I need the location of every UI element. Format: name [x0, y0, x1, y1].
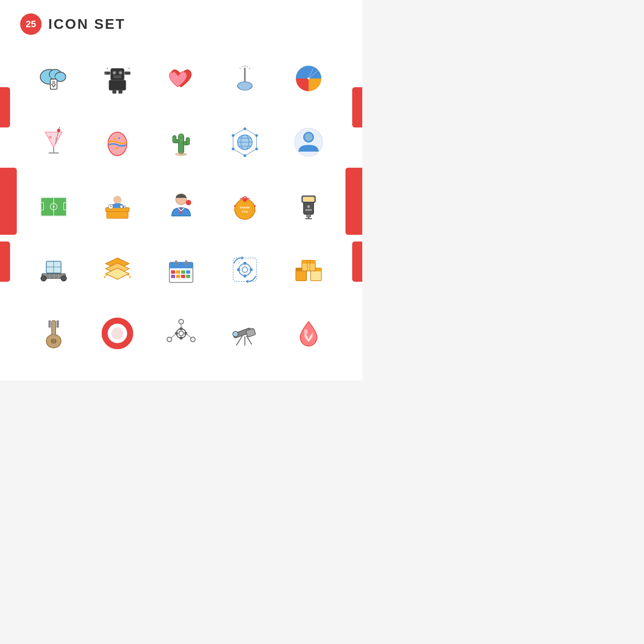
icon-boxes — [282, 243, 335, 297]
icon-employee — [154, 179, 208, 233]
icon-water-lotus — [282, 307, 335, 360]
svg-point-185 — [191, 337, 195, 342]
icon-telescope — [218, 307, 272, 360]
svg-rect-156 — [302, 260, 315, 264]
svg-rect-85 — [107, 212, 128, 218]
svg-point-86 — [113, 196, 121, 204]
svg-point-99 — [234, 205, 236, 207]
svg-rect-147 — [237, 268, 240, 271]
svg-point-121 — [61, 276, 66, 281]
svg-point-102 — [255, 210, 256, 212]
svg-point-165 — [56, 320, 59, 323]
svg-point-95 — [235, 199, 255, 219]
svg-point-81 — [53, 206, 55, 208]
icon-guitar — [27, 307, 80, 360]
icon-cocktail — [27, 115, 80, 169]
svg-point-51 — [116, 147, 118, 149]
svg-point-21 — [105, 73, 106, 74]
icon-conveyor — [27, 243, 80, 297]
svg-point-125 — [106, 274, 108, 276]
svg-point-109 — [307, 205, 310, 208]
svg-point-61 — [175, 153, 187, 156]
page: 25 ICON SET — [0, 0, 362, 380]
deco-right-bottom2 — [352, 241, 362, 282]
svg-rect-17 — [125, 72, 130, 74]
svg-point-183 — [179, 319, 183, 324]
icon-hearts — [154, 52, 208, 105]
svg-point-50 — [118, 138, 120, 139]
icon-layers — [91, 243, 144, 297]
svg-point-25 — [172, 72, 173, 73]
svg-rect-14 — [113, 75, 121, 78]
svg-marker-40 — [45, 132, 62, 147]
svg-point-33 — [239, 68, 241, 69]
svg-point-100 — [233, 209, 235, 211]
icon-robot — [91, 52, 144, 105]
svg-rect-138 — [171, 275, 175, 278]
svg-point-20 — [107, 68, 108, 69]
svg-rect-134 — [171, 270, 175, 274]
deco-left-bottom — [0, 168, 17, 235]
deco-left-bottom2 — [0, 241, 10, 282]
icon-cloud-download — [27, 52, 80, 105]
svg-point-162 — [48, 320, 51, 323]
svg-rect-132 — [175, 260, 177, 265]
svg-line-47 — [59, 127, 60, 129]
svg-point-191 — [233, 331, 238, 337]
icon-global-network — [218, 115, 272, 169]
deco-left-top — [0, 87, 10, 127]
svg-rect-15 — [109, 80, 126, 90]
svg-point-24 — [174, 69, 175, 71]
svg-point-49 — [114, 138, 116, 140]
svg-point-70 — [255, 148, 258, 150]
svg-marker-150 — [246, 280, 248, 283]
svg-rect-56 — [186, 138, 190, 145]
svg-point-71 — [244, 154, 246, 157]
icon-reception-desk — [91, 179, 144, 233]
svg-marker-149 — [241, 256, 244, 260]
svg-rect-54 — [173, 136, 176, 143]
deco-right-bottom — [345, 168, 362, 235]
svg-point-175 — [179, 331, 183, 336]
icon-grid: THANK YOU — [0, 42, 362, 380]
svg-point-127 — [127, 274, 129, 276]
icon-soccer-field — [27, 179, 80, 233]
svg-point-72 — [232, 148, 234, 150]
svg-rect-177 — [180, 337, 182, 339]
svg-rect-18 — [112, 90, 116, 94]
svg-rect-9 — [111, 68, 124, 80]
svg-point-184 — [167, 337, 172, 342]
svg-point-128 — [129, 276, 131, 278]
svg-rect-137 — [186, 270, 190, 274]
svg-point-30 — [244, 65, 246, 67]
icon-plunger — [218, 52, 272, 105]
icon-gear-network — [154, 307, 208, 360]
svg-point-27 — [189, 72, 191, 73]
svg-rect-90 — [120, 205, 123, 208]
svg-point-94 — [186, 200, 191, 205]
svg-rect-3 — [49, 77, 59, 77]
svg-point-73 — [232, 134, 234, 137]
svg-rect-148 — [250, 268, 253, 271]
svg-point-11 — [113, 72, 115, 74]
svg-point-173 — [111, 327, 123, 339]
icon-camera-flash — [282, 179, 335, 233]
svg-point-34 — [249, 68, 250, 69]
svg-point-166 — [56, 323, 59, 325]
svg-line-190 — [247, 336, 252, 344]
svg-point-26 — [187, 69, 189, 71]
svg-point-126 — [104, 276, 106, 278]
svg-rect-141 — [186, 275, 190, 278]
svg-point-163 — [48, 323, 51, 325]
icon-donut — [91, 307, 144, 360]
svg-point-101 — [254, 205, 256, 207]
svg-point-69 — [255, 134, 258, 137]
icon-easter-egg — [91, 115, 144, 169]
icon-user — [282, 115, 335, 169]
svg-point-46 — [57, 129, 60, 132]
svg-point-31 — [241, 66, 243, 67]
header: 25 ICON SET — [0, 0, 362, 42]
svg-point-43 — [49, 136, 52, 139]
svg-rect-140 — [181, 275, 185, 278]
svg-rect-139 — [176, 275, 180, 278]
